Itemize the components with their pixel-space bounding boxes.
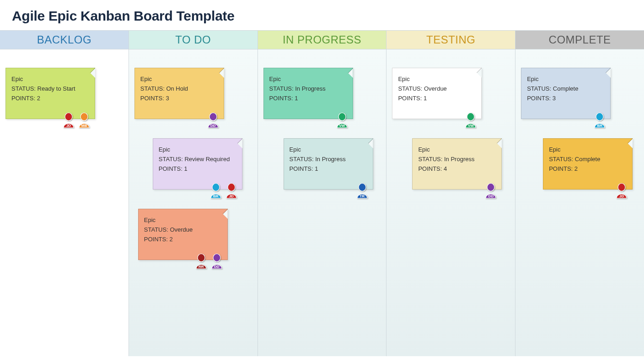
avatar-jd[interactable]: JD — [615, 183, 628, 199]
svg-point-12 — [618, 184, 625, 191]
column-testing: TESTINGEpicSTATUS: OverduePOINTS: 1 VWEp… — [386, 31, 515, 356]
status-value: In Progress — [315, 156, 345, 163]
status-label: STATUS — [144, 226, 166, 233]
kanban-card[interactable]: EpicSTATUS: In ProgressPOINTS: 1 TR — [284, 138, 373, 190]
avatar-jd[interactable]: JD — [225, 183, 238, 199]
card-points: POINTS: 1 — [269, 95, 347, 102]
avatar-dd[interactable]: DD — [206, 112, 220, 129]
svg-point-1 — [80, 113, 88, 121]
column-to-do: TO DOEpicSTATUS: On HoldPOINTS: 3 DDEpic… — [129, 31, 258, 356]
card-title: Epic — [398, 76, 476, 82]
avatar-dd[interactable]: DD — [210, 253, 224, 270]
avatar-initials: DD — [210, 265, 224, 269]
card-avatars: TR — [355, 183, 369, 199]
card-avatars: VW — [464, 112, 478, 129]
kanban-card[interactable]: EpicSTATUS: In ProgressPOINTS: 1 VW — [263, 68, 353, 119]
card-points: POINTS: 3 — [140, 95, 218, 102]
card-title: Epic — [144, 217, 222, 223]
svg-point-3 — [212, 184, 220, 191]
card-points: POINTS: 2 — [549, 165, 627, 172]
kanban-card[interactable]: EpicSTATUS: In ProgressPOINTS: 4 DD — [412, 138, 502, 190]
avatar-vw[interactable]: VW — [464, 112, 478, 129]
avatar-tr[interactable]: TR — [355, 183, 369, 199]
column-body[interactable]: EpicSTATUS: CompletePOINTS: 3 BREpicSTAT… — [515, 49, 644, 356]
status-value: In Progress — [295, 85, 325, 92]
status-label: STATUS — [140, 85, 163, 92]
card-status: STATUS: Ready to Start — [11, 85, 89, 92]
points-value: 2 — [37, 95, 40, 102]
column-body[interactable]: EpicSTATUS: In ProgressPOINTS: 1 VWEpicS… — [258, 49, 386, 356]
svg-point-4 — [228, 184, 235, 191]
svg-point-0 — [65, 113, 72, 121]
points-label: POINTS — [398, 95, 420, 102]
avatar-mb[interactable]: MB — [77, 112, 91, 129]
kanban-card[interactable]: EpicSTATUS: On HoldPOINTS: 3 DD — [134, 68, 224, 119]
avatar-initials: VW — [335, 124, 349, 128]
avatar-vw[interactable]: VW — [335, 112, 349, 129]
points-value: 1 — [184, 165, 187, 172]
status-label: STATUS — [269, 85, 292, 92]
kanban-card[interactable]: EpicSTATUS: OverduePOINTS: 1 VW — [392, 68, 482, 119]
points-label: POINTS — [144, 236, 166, 243]
points-label: POINTS — [290, 165, 311, 172]
avatar-dd[interactable]: DD — [484, 183, 498, 199]
status-label: STATUS — [418, 156, 440, 163]
status-label: STATUS — [159, 156, 181, 163]
status-value: On Hold — [166, 85, 188, 92]
status-label: STATUS — [398, 85, 420, 92]
avatar-initials: JD — [615, 194, 628, 198]
kanban-card[interactable]: EpicSTATUS: CompletePOINTS: 3 BR — [521, 68, 611, 119]
card-status: STATUS: In Progress — [418, 156, 496, 163]
kanban-card[interactable]: EpicSTATUS: OverduePOINTS: 2 RR DD — [138, 209, 228, 260]
avatar-initials: JD — [225, 194, 238, 198]
card-points: POINTS: 2 — [11, 95, 89, 102]
card-points: POINTS: 1 — [290, 165, 367, 172]
column-body[interactable]: EpicSTATUS: On HoldPOINTS: 3 DDEpicSTATU… — [129, 49, 258, 356]
avatar-initials: DD — [484, 194, 498, 198]
card-status: STATUS: Complete — [549, 156, 627, 163]
svg-point-7 — [338, 113, 346, 121]
card-title: Epic — [549, 146, 627, 153]
avatar-initials: VW — [464, 124, 478, 128]
avatar-jd[interactable]: JD — [62, 112, 75, 129]
card-title: Epic — [140, 76, 218, 82]
column-header: TESTING — [386, 31, 515, 49]
status-value: Overdue — [170, 226, 193, 233]
status-label: STATUS — [527, 85, 549, 92]
status-label: STATUS — [11, 85, 34, 92]
card-points: POINTS: 2 — [144, 236, 222, 243]
avatar-rr[interactable]: RR — [194, 253, 208, 270]
status-value: Complete — [575, 156, 601, 163]
points-label: POINTS — [140, 95, 162, 102]
points-value: 2 — [574, 165, 578, 172]
card-title: Epic — [11, 76, 89, 82]
card-title: Epic — [159, 146, 236, 153]
status-label: STATUS — [549, 156, 571, 163]
card-title: Epic — [290, 146, 367, 153]
svg-point-8 — [359, 184, 366, 191]
svg-point-9 — [467, 113, 474, 121]
points-value: 3 — [166, 95, 169, 102]
card-title: Epic — [269, 76, 347, 82]
kanban-card[interactable]: EpicSTATUS: Review RequiredPOINTS: 1 BR … — [153, 138, 242, 190]
column-backlog: BACKLOGEpicSTATUS: Ready to StartPOINTS:… — [0, 31, 129, 356]
svg-point-10 — [487, 184, 494, 191]
points-label: POINTS — [11, 95, 33, 102]
status-value: In Progress — [444, 156, 474, 163]
points-label: POINTS — [527, 95, 549, 102]
kanban-card[interactable]: EpicSTATUS: CompletePOINTS: 2 JD — [543, 138, 633, 190]
column-header: IN PROGRESS — [258, 31, 386, 49]
svg-point-11 — [596, 113, 603, 121]
points-label: POINTS — [159, 165, 181, 172]
kanban-card[interactable]: EpicSTATUS: Ready to StartPOINTS: 2 JD M… — [5, 68, 95, 119]
points-label: POINTS — [418, 165, 440, 172]
status-label: STATUS — [290, 156, 312, 163]
column-body[interactable]: EpicSTATUS: OverduePOINTS: 1 VWEpicSTATU… — [386, 49, 515, 356]
card-status: STATUS: In Progress — [290, 156, 367, 163]
avatar-br[interactable]: BR — [593, 112, 606, 129]
card-avatars: DD — [206, 112, 220, 129]
column-body[interactable]: EpicSTATUS: Ready to StartPOINTS: 2 JD M… — [0, 49, 129, 356]
card-status: STATUS: Overdue — [398, 85, 476, 92]
points-label: POINTS — [549, 165, 571, 172]
avatar-br[interactable]: BR — [209, 183, 223, 199]
